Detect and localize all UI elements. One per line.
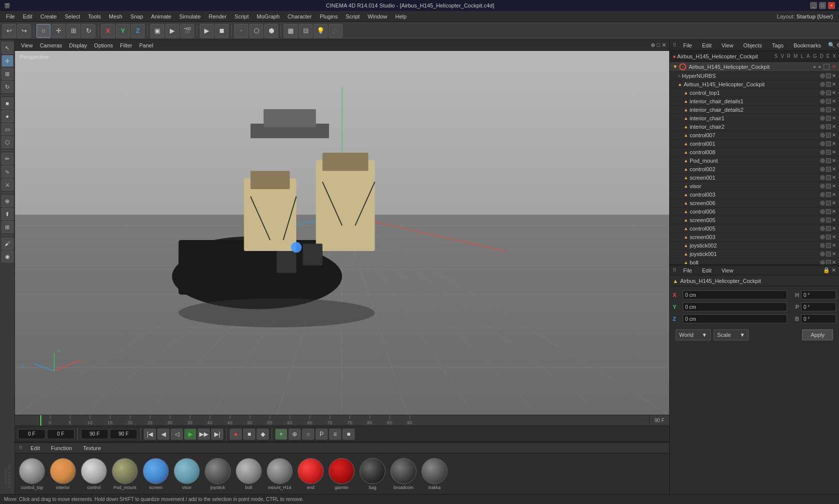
- material-item[interactable]: interior: [49, 458, 77, 490]
- attr-close-icon[interactable]: ✕: [832, 267, 836, 273]
- obj-tag-area[interactable]: [826, 235, 831, 240]
- obj-vis-dot[interactable]: [820, 99, 825, 104]
- menu-mograph[interactable]: MoGraph: [253, 12, 284, 20]
- obj-row[interactable]: ▲ joystick002 ✕: [670, 242, 839, 250]
- obj-vis-dot[interactable]: [820, 133, 825, 138]
- play-forward-button[interactable]: ▶: [184, 429, 196, 440]
- obj-row[interactable]: ▲ control003 ✕: [670, 191, 839, 199]
- mat-menu-edit[interactable]: Edit: [27, 444, 43, 452]
- cube-tool[interactable]: ■: [1, 97, 13, 109]
- mode-btn-4[interactable]: P: [316, 429, 328, 440]
- obj-tag-area[interactable]: [826, 175, 831, 180]
- viewport-menu-cameras[interactable]: Cameras: [37, 41, 65, 49]
- obj-tag-area[interactable]: [826, 150, 831, 155]
- obj-row[interactable]: ▲ interior_chair2 ✕: [670, 123, 839, 131]
- obj-x-btn[interactable]: ✕: [832, 124, 836, 129]
- obj-x-btn[interactable]: ✕: [832, 158, 836, 163]
- play-fast-button[interactable]: ▶▶: [198, 429, 210, 440]
- obj-row[interactable]: ▲ control008 ✕: [670, 148, 839, 157]
- obj-row[interactable]: ▲ control001 ✕: [670, 140, 839, 148]
- obj-tag-area[interactable]: [826, 184, 831, 189]
- close-button[interactable]: ×: [828, 2, 835, 9]
- obj-menu-objects[interactable]: Objects: [740, 41, 765, 49]
- obj-menu-bookmarks[interactable]: Bookmarks: [791, 41, 824, 49]
- obj-settings-icon[interactable]: ⚙: [837, 42, 839, 48]
- plane-tool[interactable]: ▭: [1, 123, 13, 135]
- undo-button[interactable]: ↩: [2, 24, 16, 38]
- menu-select[interactable]: Select: [61, 12, 84, 20]
- stop-button[interactable]: ⏹: [215, 24, 229, 38]
- mat-menu-texture[interactable]: Texture: [80, 444, 104, 452]
- material-item[interactable]: trakka: [420, 458, 448, 490]
- transform-type-dropdown[interactable]: Scale ▼: [714, 329, 749, 340]
- obj-menu-edit[interactable]: Edit: [699, 41, 715, 49]
- obj-row[interactable]: ▲ control006 ✕: [670, 208, 839, 216]
- obj-x-btn[interactable]: ✕: [832, 73, 836, 78]
- timeline-mark[interactable]: 85: [380, 415, 400, 425]
- obj-x-btn[interactable]: ✕: [832, 184, 836, 189]
- attr-p-value[interactable]: 0 °: [801, 302, 836, 311]
- paint-tool[interactable]: 🖌: [1, 238, 13, 250]
- obj-row[interactable]: ▲ screen006 ✕: [670, 199, 839, 208]
- obj-x-btn[interactable]: ✕: [832, 252, 836, 256]
- material-item[interactable]: joystick: [204, 458, 232, 490]
- timeline-mark[interactable]: 75: [340, 415, 360, 425]
- end-frame-field1[interactable]: 90 F: [81, 429, 108, 439]
- obj-row[interactable]: ▲ interior_chair_details1 ✕: [670, 97, 839, 106]
- menu-snap[interactable]: Snap: [126, 12, 147, 20]
- obj-tag-area[interactable]: [826, 252, 831, 256]
- obj-row[interactable]: ▲ control007 ✕: [670, 131, 839, 140]
- obj-vis-dot[interactable]: [820, 141, 825, 146]
- obj-tag-area[interactable]: [826, 124, 831, 129]
- boole-tool[interactable]: ⊕: [1, 195, 13, 207]
- obj-vis-dot[interactable]: [820, 175, 825, 180]
- timeline-mark[interactable]: 30: [160, 415, 180, 425]
- obj-vis-dot[interactable]: [820, 150, 825, 155]
- timeline-ruler[interactable]: 051015202530354045505560657075808590: [40, 415, 649, 426]
- attr-menu-file[interactable]: File: [680, 266, 695, 274]
- attr-h-value[interactable]: 0 °: [801, 290, 836, 299]
- select-tool[interactable]: ↖: [1, 42, 13, 54]
- timeline-mark[interactable]: 90: [400, 415, 420, 425]
- material-item[interactable]: screen: [142, 458, 170, 490]
- material-item[interactable]: mount_H14: [266, 458, 294, 490]
- material-item[interactable]: end: [297, 458, 325, 490]
- pen-tool[interactable]: ✏: [1, 153, 13, 165]
- obj-row[interactable]: ○ HyperNURBS ✕: [670, 72, 839, 80]
- obj-x-btn[interactable]: ✕: [832, 82, 836, 87]
- viewport-icon-3[interactable]: ✕: [662, 42, 666, 48]
- obj-vis-dot[interactable]: [820, 124, 825, 129]
- object-manager-content[interactable]: ▼ ○ Airbus_H145_Helicopter_Cockpit ● ● ✕…: [670, 62, 839, 264]
- attr-x-value[interactable]: 0 cm: [683, 290, 787, 299]
- attr-y-value[interactable]: 0 cm: [683, 302, 787, 311]
- floor-button[interactable]: ⊟: [299, 24, 313, 38]
- menu-edit[interactable]: Edit: [19, 12, 36, 20]
- timeline-mark[interactable]: 35: [180, 415, 200, 425]
- x-axis-button[interactable]: X: [101, 24, 115, 38]
- menu-create[interactable]: Create: [36, 12, 61, 20]
- obj-x-btn[interactable]: ✕: [832, 175, 836, 180]
- menu-window[interactable]: Window: [364, 12, 391, 20]
- spline-tool[interactable]: ∿: [1, 166, 13, 178]
- obj-vis-dot[interactable]: [820, 192, 825, 197]
- viewport-menu-view[interactable]: View: [18, 41, 36, 49]
- obj-row[interactable]: ▲ screen001 ✕: [670, 174, 839, 182]
- mode-btn-2[interactable]: ⊕: [289, 429, 301, 440]
- render-region-button[interactable]: ▣: [150, 24, 164, 38]
- obj-x-btn[interactable]: ✕: [832, 209, 836, 214]
- material-item[interactable]: bolt: [235, 458, 263, 490]
- polygon-mode-button[interactable]: ⬢: [264, 24, 278, 38]
- obj-row[interactable]: ▲ interior_chair1 ✕: [670, 114, 839, 123]
- timeline-mark[interactable]: 45: [220, 415, 240, 425]
- stop-record-button[interactable]: ■: [243, 429, 255, 440]
- obj-search-icon[interactable]: 🔍: [828, 42, 835, 48]
- obj-x-btn[interactable]: ✕: [832, 218, 836, 223]
- timeline-mark[interactable]: 40: [200, 415, 220, 425]
- menu-tools[interactable]: Tools: [84, 12, 105, 20]
- timeline-mark[interactable]: 15: [100, 415, 120, 425]
- obj-row[interactable]: ▲ control_top1 ✕: [670, 89, 839, 97]
- material-item[interactable]: bag: [359, 458, 387, 490]
- timeline-mark[interactable]: 0: [40, 415, 60, 425]
- menu-help[interactable]: Help: [391, 12, 411, 20]
- timeline-mark[interactable]: 60: [280, 415, 300, 425]
